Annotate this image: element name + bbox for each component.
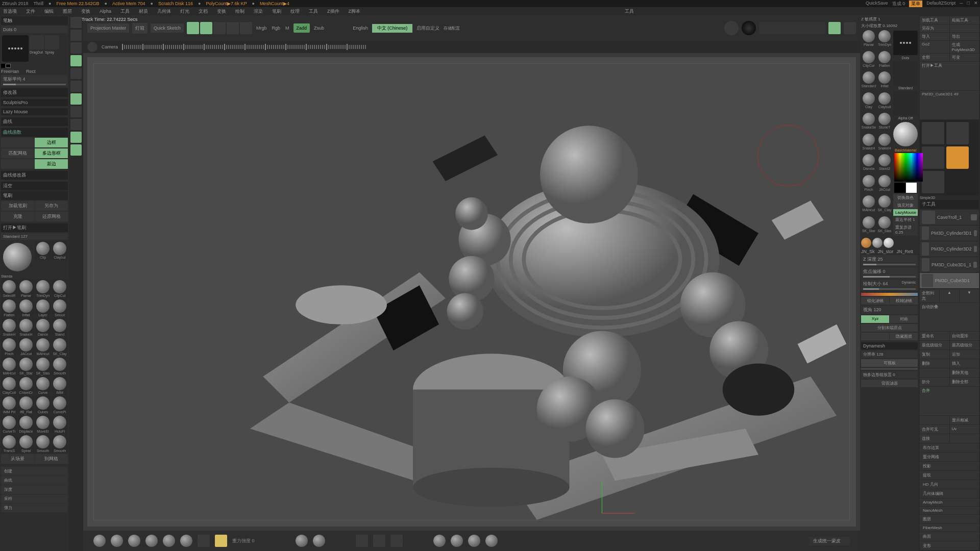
- hide-map-btn[interactable]: 隐藏图层: [890, 333, 918, 340]
- brush-item[interactable]: CurvePi: [52, 395, 68, 414]
- mrgb-btn[interactable]: Mrgb: [255, 24, 268, 32]
- pm3d-btn[interactable]: 生成 PolyMesh3D: [950, 41, 979, 53]
- eye-icon[interactable]: [973, 262, 977, 268]
- all-btn[interactable]: 全部: [920, 54, 949, 61]
- visible-btn[interactable]: 可视板: [861, 359, 918, 367]
- draw-icon[interactable]: [187, 22, 199, 34]
- brush-item[interactable]: HoloFl: [52, 415, 68, 434]
- brush-item[interactable]: Inflat: [877, 71, 892, 91]
- tool-thumb[interactable]: [922, 146, 944, 169]
- lowestdiv-btn[interactable]: 最高级细分: [950, 341, 979, 349]
- tool-thumb[interactable]: [922, 171, 944, 193]
- brush-item[interactable]: SnakeH: [18, 318, 34, 337]
- bottom-brush[interactable]: [93, 535, 106, 547]
- layers-section[interactable]: 图层: [920, 515, 979, 523]
- gravity-slider[interactable]: 重力强度 0: [232, 538, 255, 544]
- default-zscript[interactable]: DefaultZScript: [926, 1, 955, 7]
- focal-shift-slider[interactable]: 焦点偏移 0: [861, 267, 918, 279]
- stroke-type[interactable]: Dots 0: [1, 26, 68, 33]
- save-tool-btn[interactable]: 另存为: [920, 24, 949, 32]
- subtool-item[interactable]: PM3D_Cylinder3D1: [920, 226, 979, 241]
- brush-item[interactable]: IMM Pri: [1, 395, 17, 414]
- stroke-alpha[interactable]: [893, 31, 918, 55]
- brush-item[interactable]: Smoot: [52, 298, 68, 317]
- material-sphere[interactable]: [861, 238, 871, 248]
- dynamesh-section[interactable]: Dynamesh: [861, 342, 918, 349]
- brush-item[interactable]: SK_Clay: [877, 195, 892, 215]
- brush-item[interactable]: Inflat: [18, 298, 34, 317]
- export-btn[interactable]: 导出: [950, 33, 979, 40]
- load-brush-btn[interactable]: 加载笔刷: [1, 201, 34, 211]
- brush-item[interactable]: JACcut: [18, 337, 34, 356]
- menu-item[interactable]: 编辑: [44, 8, 54, 15]
- brush-item[interactable]: SnakeH: [877, 133, 892, 154]
- allhigh-btn[interactable]: 全部到高: [920, 289, 939, 303]
- stroke-title[interactable]: 笔触: [1, 16, 68, 25]
- viewport[interactable]: [87, 57, 856, 527]
- meshpoly-section[interactable]: 重分网格: [920, 453, 979, 461]
- brush-item[interactable]: Dance: [35, 318, 51, 337]
- spray-stroke[interactable]: [45, 35, 59, 49]
- menu-item[interactable]: Alpha: [100, 9, 111, 14]
- brush-item[interactable]: Standard: [861, 71, 876, 91]
- tool-thumb[interactable]: [946, 146, 969, 169]
- strip-icon[interactable]: [70, 17, 82, 28]
- zdepth-slider[interactable]: Z 深度 25: [861, 255, 918, 266]
- brush-item[interactable]: Smooth: [52, 357, 68, 375]
- fov-slider[interactable]: 视角 120: [861, 306, 918, 314]
- polyshape-btn[interactable]: 多边形框: [35, 148, 68, 158]
- brush-item[interactable]: TrimDyn: [35, 279, 51, 298]
- brush-item[interactable]: MoveEl: [35, 415, 51, 434]
- snap-btn[interactable]: 对称: [890, 315, 918, 323]
- scale-icon[interactable]: [213, 22, 226, 34]
- m-btn[interactable]: M: [284, 24, 290, 32]
- brush-item[interactable]: Smooth: [35, 434, 51, 453]
- bottom-slot[interactable]: [356, 535, 368, 547]
- brush-item[interactable]: Clip: [35, 241, 51, 260]
- color-picker[interactable]: [894, 153, 923, 182]
- bpr-icon[interactable]: [724, 21, 739, 35]
- geometry-section[interactable]: 几何体编辑: [920, 489, 979, 498]
- nanomesh-section[interactable]: NanoMesh: [920, 507, 979, 514]
- insert-btn[interactable]: 插入: [950, 359, 979, 368]
- brush-item[interactable]: SnakeH: [861, 133, 876, 154]
- lazymouse-section[interactable]: Lazy Mouse: [1, 108, 68, 115]
- brush-item[interactable]: SnakeSe: [861, 112, 876, 133]
- brush-item[interactable]: Stand2: [877, 154, 892, 174]
- menu-item[interactable]: 工具: [120, 8, 130, 15]
- import-btn[interactable]: 导入: [920, 33, 949, 40]
- splitmap-btn[interactable]: 背面滤器: [861, 380, 918, 387]
- custom-enable[interactable]: 启用自定义: [415, 24, 440, 33]
- eye-icon[interactable]: [971, 214, 977, 220]
- subtool-item[interactable]: PM3D_Cube3D1_1: [920, 257, 979, 272]
- mergedown-btn[interactable]: 合并可见: [920, 425, 949, 434]
- render-bar[interactable]: [759, 22, 825, 34]
- goz-btn[interactable]: GoZ: [920, 41, 949, 53]
- bottom-brush[interactable]: [145, 535, 158, 547]
- chinese-lang[interactable]: 中文 (Chinese): [372, 24, 413, 33]
- brush-item[interactable]: SnakeH: [1, 318, 17, 337]
- quicksave-btn[interactable]: QuickSave: [866, 1, 888, 7]
- eye-icon[interactable]: [974, 246, 977, 252]
- menu-btn[interactable]: 菜单: [909, 1, 922, 7]
- clear-btn[interactable]: 清空: [1, 182, 68, 190]
- merge-section[interactable]: 合并: [920, 387, 979, 415]
- brush-item[interactable]: Cubes: [35, 395, 51, 414]
- current-brush[interactable]: [3, 243, 32, 271]
- menu-item[interactable]: 工具: [309, 8, 318, 15]
- matchgrid-btn[interactable]: 匹配网格: [1, 148, 34, 158]
- menu-item[interactable]: 几何体: [157, 8, 171, 15]
- xyz-btn[interactable]: Xyz: [861, 315, 889, 323]
- brush-item[interactable]: MAHcut: [861, 195, 876, 215]
- open-tool[interactable]: 打开▶工具: [920, 62, 979, 90]
- strip-icon[interactable]: [70, 55, 82, 66]
- brush-item[interactable]: Claybul: [52, 241, 68, 260]
- brush-item[interactable]: Layer: [35, 298, 51, 317]
- brush-item[interactable]: SelectR: [1, 279, 17, 298]
- list-item[interactable]: 深度: [1, 485, 68, 494]
- strip-icon[interactable]: [70, 132, 82, 143]
- curve-section[interactable]: 曲线: [1, 117, 68, 126]
- strip-icon[interactable]: [70, 81, 82, 92]
- alpha-selector[interactable]: [893, 61, 918, 85]
- subtool-title[interactable]: 子工具: [920, 200, 979, 209]
